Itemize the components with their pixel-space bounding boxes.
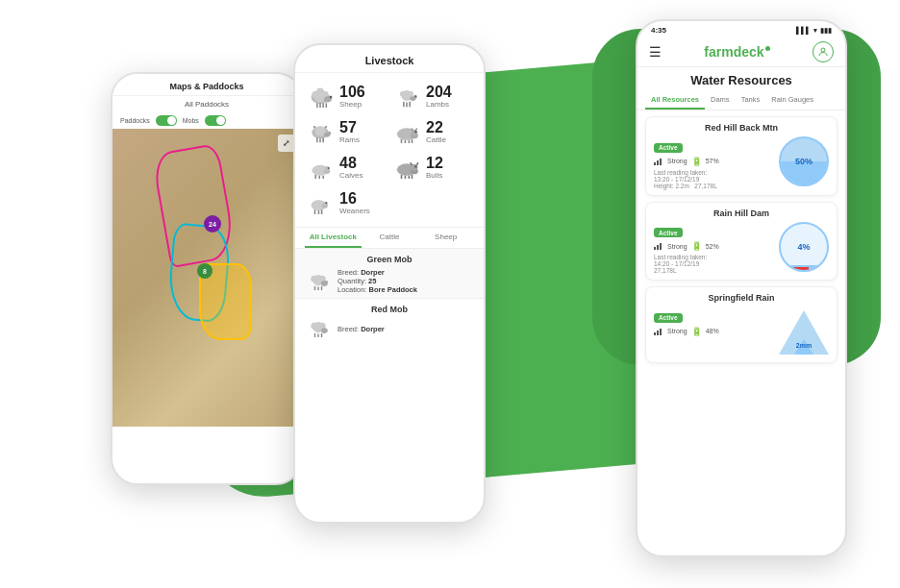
card2-stats-row: Strong 🔋 52% — [654, 240, 779, 252]
svg-point-67 — [311, 323, 317, 330]
card2-battery-icon: 🔋 — [691, 241, 702, 251]
phone-maps: Maps & Paddocks All Paddocks Paddocks Mo… — [111, 72, 303, 485]
card2-status: Active — [654, 228, 683, 237]
svg-rect-77 — [654, 247, 656, 250]
paddocks-label: Paddocks — [120, 117, 150, 124]
wifi-icon: ▾ — [813, 27, 817, 35]
calves-label: Calves — [339, 171, 362, 180]
battery-status-icon: ▮▮▮ — [820, 27, 832, 35]
tab-tanks[interactable]: Tanks — [736, 91, 766, 110]
svg-rect-80 — [654, 332, 656, 335]
water-card-2: Rain Hill Dam Active Strong 🔋 52% Last r… — [645, 202, 838, 282]
bulls-icon — [391, 158, 422, 179]
card3-battery-icon: 🔋 — [691, 327, 702, 336]
livestock-item-bulls: 12 Bulls — [391, 152, 474, 184]
green-mob-detail: Breed: Dorper Quantity: 25 Location: Bor… — [305, 268, 474, 294]
card2-title: Rain Hill Dam — [654, 208, 829, 218]
svg-rect-82 — [660, 329, 662, 335]
svg-point-27 — [327, 131, 331, 135]
svg-rect-75 — [657, 160, 659, 165]
card3-visual: 2mm — [779, 306, 829, 356]
svg-point-20 — [414, 95, 416, 97]
svg-point-59 — [311, 275, 317, 282]
svg-point-31 — [414, 131, 416, 133]
mobs-toggle[interactable] — [205, 115, 226, 126]
card2-battery: 52% — [706, 243, 719, 250]
card2-percent: 4% — [797, 242, 810, 252]
map-area: 24 8 ⤢ — [112, 129, 301, 427]
card1-dam-circle: 50% — [779, 136, 829, 186]
svg-point-14 — [408, 90, 413, 96]
card1-title: Red Hill Back Mtn — [654, 123, 829, 133]
card1-battery: 57% — [706, 158, 719, 164]
status-bar: 4:35 ▌▌▌ ▾ ▮▮▮ — [638, 21, 845, 37]
svg-point-11 — [330, 95, 332, 97]
red-mob-detail: Breed: Dorper — [305, 318, 474, 339]
rams-label: Rams — [339, 135, 360, 144]
card2-dam-circle: 4% — [779, 222, 829, 272]
mob-marker-24: 24 — [204, 215, 221, 233]
tab-cattle[interactable]: Cattle — [362, 228, 418, 248]
livestock-item-weaners: 16 Weaners — [305, 187, 388, 219]
user-profile-icon[interactable] — [812, 41, 834, 62]
tab-all-livestock[interactable]: All Livestock — [305, 228, 362, 248]
svg-rect-79 — [660, 243, 662, 250]
card2-signal-label: Strong — [667, 243, 688, 250]
logo-dot — [765, 46, 770, 51]
card3-info: Active Strong 🔋 48% — [654, 306, 779, 339]
livestock-item-sheep: 106 Sheep — [305, 81, 388, 112]
cattle-count: 22 — [426, 120, 446, 135]
rams-count: 57 — [339, 120, 360, 135]
logo-deck-text: deck — [734, 44, 764, 60]
water-card-3: Springfield Rain Active Strong 🔋 48% — [645, 286, 838, 363]
phone-livestock: Livestock 1 — [293, 43, 486, 524]
cattle-label: Cattle — [426, 135, 446, 144]
card2-visual-container: Active Strong 🔋 52% Last reading taken: … — [654, 222, 829, 275]
mob-section-red: Red Mob Breed: Dorper — [295, 298, 484, 343]
menu-icon[interactable]: ☰ — [649, 44, 662, 60]
maps-sub-title: All Paddocks — [112, 96, 301, 112]
status-time: 4:35 — [651, 26, 666, 35]
farmdeck-logo: farmdeck — [704, 44, 769, 60]
maps-title: Maps & Paddocks — [112, 74, 301, 96]
weaners-icon — [305, 193, 336, 214]
card3-signal-icon — [654, 326, 663, 337]
bulls-label: Bulls — [426, 171, 443, 180]
paddocks-toggle[interactable] — [156, 115, 177, 126]
svg-point-65 — [325, 280, 329, 283]
svg-point-4 — [316, 87, 324, 95]
card3-percent: 2mm — [796, 342, 812, 349]
green-mob-text: Breed: Dorper Quantity: 25 Location: Bor… — [338, 268, 417, 294]
svg-point-22 — [315, 125, 326, 135]
signal-bars-icon: ▌▌▌ — [796, 27, 811, 34]
card1-visual: 50% — [779, 136, 829, 186]
lambs-count: 204 — [426, 85, 452, 100]
sheep-icon — [305, 86, 336, 108]
weaners-label: Weaners — [339, 207, 370, 215]
card2-info: Active Strong 🔋 52% Last reading taken: … — [654, 222, 779, 275]
tab-dams[interactable]: Dams — [705, 91, 736, 110]
status-icons: ▌▌▌ ▾ ▮▮▮ — [796, 27, 832, 35]
calves-count: 48 — [339, 156, 362, 171]
card3-stats-row: Strong 🔋 48% — [654, 326, 779, 337]
livestock-item-cattle: 22 Cattle — [391, 116, 474, 148]
card3-signal-label: Strong — [667, 328, 688, 334]
card3-battery: 48% — [706, 328, 719, 334]
sheep-label: Sheep — [339, 100, 365, 109]
tab-rain-gauges[interactable]: Rain Gauges — [765, 91, 819, 110]
card1-status: Active — [654, 143, 683, 153]
sheep-count: 106 — [339, 85, 365, 100]
svg-point-46 — [414, 165, 416, 167]
svg-point-73 — [821, 48, 825, 52]
cattle-icon — [391, 122, 422, 143]
card1-battery-icon: 🔋 — [691, 157, 702, 166]
svg-point-69 — [321, 328, 328, 333]
card1-percent: 50% — [795, 157, 812, 166]
card3-title: Springfield Rain — [654, 293, 829, 303]
svg-point-53 — [323, 201, 328, 206]
tab-sheep[interactable]: Sheep — [417, 228, 474, 248]
card1-signal-icon — [654, 156, 663, 167]
svg-rect-78 — [657, 245, 659, 250]
tab-all-resources[interactable]: All Resources — [645, 91, 705, 110]
svg-rect-81 — [657, 331, 659, 335]
